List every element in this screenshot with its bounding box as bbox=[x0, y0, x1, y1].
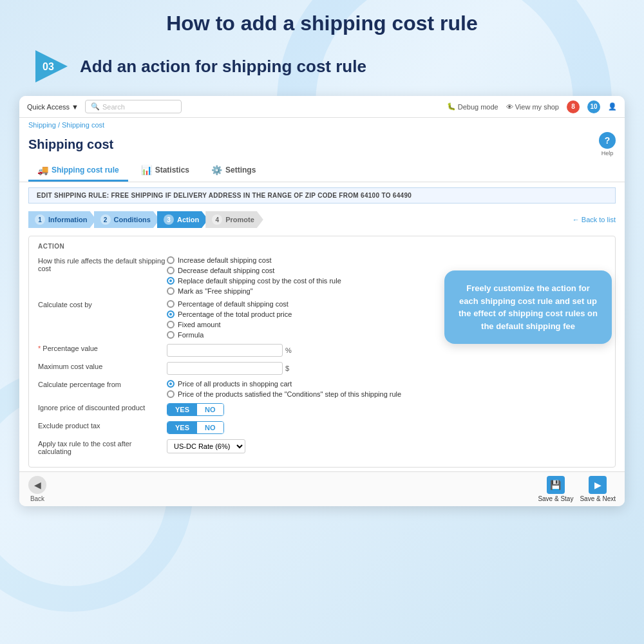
progress-steps: 1 Information 2 Conditions 3 Action 4 bbox=[19, 207, 625, 232]
right-buttons: 💾 Save & Stay ▶ Save & Next bbox=[538, 476, 616, 502]
bug-icon: 🐛 bbox=[447, 102, 456, 111]
radio-pct-default-circle bbox=[167, 300, 175, 308]
topbar: Quick Access ▼ 🔍 Search 🐛 Debug mode 👁 V… bbox=[19, 96, 625, 118]
quick-access-button[interactable]: Quick Access ▼ bbox=[27, 103, 79, 111]
exclude-yes-button[interactable]: YES bbox=[167, 422, 197, 433]
edit-banner: EDIT SHIPPING RULE: FREE SHIPPING IF DEL… bbox=[28, 187, 616, 204]
radio-decrease-circle bbox=[167, 267, 175, 274]
radio-decrease[interactable]: Decrease default shipping cost bbox=[167, 267, 341, 274]
apply-tax-row: Apply tax rule to the cost after calcula… bbox=[38, 439, 606, 455]
radio-free[interactable]: Mark as "Free shipping" bbox=[167, 287, 341, 295]
radio-pct-total[interactable]: Percentage of the total product price bbox=[167, 310, 292, 318]
back-label: Back bbox=[30, 495, 44, 502]
max-cost-unit: $ bbox=[285, 365, 289, 372]
help-button[interactable]: ? bbox=[599, 132, 616, 149]
breadcrumb-current: Shipping cost bbox=[62, 121, 104, 129]
max-cost-input[interactable] bbox=[167, 362, 283, 375]
svg-text:03: 03 bbox=[43, 61, 54, 72]
radio-increase[interactable]: Increase default shipping cost bbox=[167, 256, 341, 264]
radio-all-products[interactable]: Price of all products in shopping cart bbox=[167, 380, 401, 388]
percentage-unit: % bbox=[285, 346, 292, 354]
step-1[interactable]: 1 Information bbox=[28, 211, 97, 228]
page-title-bar: Shipping cost ? Help bbox=[19, 130, 625, 160]
debug-mode-button[interactable]: 🐛 Debug mode bbox=[447, 102, 498, 111]
step-4[interactable]: 4 Promote bbox=[208, 211, 263, 228]
exclude-tax-label: Exclude product tax bbox=[38, 421, 167, 430]
radio-increase-circle bbox=[167, 256, 175, 264]
message-badge[interactable]: 10 bbox=[587, 100, 600, 113]
tooltip-text: Freely customize the action for each shi… bbox=[459, 283, 598, 331]
breadcrumb-parent[interactable]: Shipping bbox=[28, 121, 56, 129]
save-next-label: Save & Next bbox=[580, 495, 616, 502]
step-title: Add an action for shipping cost rule bbox=[80, 57, 366, 77]
radio-pct-default[interactable]: Percentage of default shipping cost bbox=[167, 300, 292, 308]
step-header: 03 Add an action for shipping cost rule bbox=[13, 47, 631, 86]
step-3[interactable]: 3 Action bbox=[160, 211, 208, 228]
tooltip-bubble: Freely customize the action for each shi… bbox=[444, 270, 612, 344]
tab-shipping-cost-rule[interactable]: 🚚 Shipping cost rule bbox=[28, 160, 128, 182]
view-shop-button[interactable]: 👁 View my shop bbox=[506, 103, 559, 111]
ignore-no-button[interactable]: NO bbox=[197, 404, 223, 415]
breadcrumb: Shipping / Shipping cost bbox=[19, 118, 625, 130]
step-badge: 03 bbox=[32, 47, 71, 86]
ignore-discounted-label: Ignore price of discounted product bbox=[38, 403, 167, 412]
calculate-options: Percentage of default shipping cost Perc… bbox=[167, 300, 292, 339]
calculate-label: Calculate cost by bbox=[38, 300, 167, 308]
percentage-input-group: % bbox=[167, 344, 292, 357]
tab-statistics[interactable]: 📊 Statistics bbox=[132, 160, 198, 182]
radio-all-products-circle bbox=[167, 380, 175, 388]
tax-rate-select[interactable]: US-DC Rate (6%) US-CA Rate (8%) None bbox=[167, 439, 245, 453]
radio-fixed[interactable]: Fixed amount bbox=[167, 321, 292, 328]
chevron-down-icon: ▼ bbox=[71, 103, 79, 111]
notification-badge[interactable]: 8 bbox=[567, 100, 580, 113]
exclude-tax-row: Exclude product tax YES NO bbox=[38, 421, 606, 434]
nav-tabs: 🚚 Shipping cost rule 📊 Statistics ⚙️ Set… bbox=[19, 160, 625, 182]
ignore-yes-button[interactable]: YES bbox=[167, 404, 197, 415]
chart-icon: 📊 bbox=[141, 165, 152, 175]
percentage-value-input[interactable] bbox=[167, 344, 283, 357]
truck-icon: 🚚 bbox=[37, 165, 48, 175]
back-button[interactable]: ◀ Back bbox=[28, 476, 46, 502]
radio-satisfied[interactable]: Price of the products satisfied the "Con… bbox=[167, 390, 401, 398]
max-cost-input-group: $ bbox=[167, 362, 289, 375]
save-next-button[interactable]: ▶ Save & Next bbox=[580, 476, 616, 502]
bottom-bar: ◀ Back 💾 Save & Stay ▶ Save & Next bbox=[19, 471, 625, 506]
help-label: Help bbox=[601, 150, 614, 156]
next-icon: ▶ bbox=[589, 476, 607, 494]
save-stay-label: Save & Stay bbox=[538, 495, 573, 502]
top-right-actions: 🐛 Debug mode 👁 View my shop 8 10 👤 bbox=[447, 100, 617, 113]
max-cost-row: Maximum cost value $ bbox=[38, 362, 606, 375]
radio-replace-circle bbox=[167, 277, 175, 285]
radio-fixed-circle bbox=[167, 321, 175, 328]
radio-replace[interactable]: Replace default shipping cost by the cos… bbox=[167, 277, 341, 285]
main-title: How to add a shipping cost rule bbox=[13, 12, 631, 35]
section-label: ACTION bbox=[38, 243, 606, 250]
radio-formula[interactable]: Formula bbox=[167, 331, 292, 339]
step-2[interactable]: 2 Conditions bbox=[97, 211, 160, 228]
search-icon: 🔍 bbox=[91, 102, 100, 111]
percentage-value-row: Percentage value % bbox=[38, 344, 606, 357]
max-cost-label: Maximum cost value bbox=[38, 362, 167, 370]
save-icon: 💾 bbox=[547, 476, 565, 494]
ignore-discounted-row: Ignore price of discounted product YES N… bbox=[38, 403, 606, 416]
search-bar[interactable]: 🔍 Search bbox=[85, 100, 182, 113]
exclude-no-button[interactable]: NO bbox=[197, 422, 223, 433]
save-stay-button[interactable]: 💾 Save & Stay bbox=[538, 476, 573, 502]
back-to-list-link[interactable]: ← Back to list bbox=[573, 216, 616, 223]
radio-satisfied-circle bbox=[167, 390, 175, 398]
radio-free-circle bbox=[167, 287, 175, 295]
radio-pct-total-circle bbox=[167, 310, 175, 318]
how-rule-options: Increase default shipping cost Decrease … bbox=[167, 256, 341, 295]
calc-pct-from-row: Calculate percentage from Price of all p… bbox=[38, 380, 606, 398]
eye-icon: 👁 bbox=[506, 103, 513, 111]
exclude-tax-toggle: YES NO bbox=[167, 421, 224, 434]
tab-settings[interactable]: ⚙️ Settings bbox=[202, 160, 265, 182]
radio-formula-circle bbox=[167, 331, 175, 339]
calc-pct-from-label: Calculate percentage from bbox=[38, 380, 167, 388]
back-icon: ◀ bbox=[28, 476, 46, 494]
percentage-value-label: Percentage value bbox=[38, 344, 167, 352]
app-window: Quick Access ▼ 🔍 Search 🐛 Debug mode 👁 V… bbox=[19, 96, 625, 506]
page-title: Shipping cost bbox=[28, 137, 113, 152]
user-avatar[interactable]: 👤 bbox=[608, 102, 617, 111]
apply-tax-label: Apply tax rule to the cost after calcula… bbox=[38, 439, 167, 455]
